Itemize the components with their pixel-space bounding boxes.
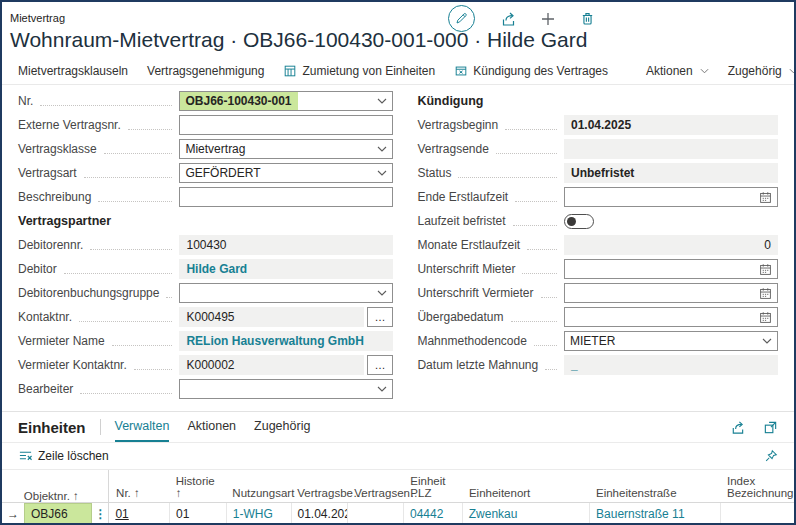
chevron-down-icon[interactable] (377, 98, 387, 104)
column-nr[interactable]: Nr. ↑ (108, 470, 169, 502)
part-share-button[interactable] (730, 420, 745, 435)
laufzeit-befristet-toggle[interactable] (564, 214, 594, 229)
monate-erstlaufzeit-field: 0 (564, 235, 778, 255)
share-icon (500, 11, 516, 27)
column-vertragsende[interactable]: Vertragsen… (347, 470, 403, 502)
menu-aktionen[interactable]: Aktionen (646, 64, 709, 78)
dotted-leader (84, 169, 173, 178)
externe-vertragsnr-field[interactable] (179, 115, 393, 135)
section-vertragspartner: Vertragspartner (18, 209, 393, 233)
breadcrumb[interactable]: Mietvertrag (10, 12, 65, 24)
row-options-icon[interactable]: ⋮ (92, 503, 108, 524)
tab-aktionen[interactable]: Aktionen (187, 412, 236, 442)
beschreibung-field[interactable] (179, 187, 393, 207)
debitor-link[interactable]: Hilde Gard (186, 262, 247, 276)
cell-einheitenstrasse[interactable]: Bauernstraße 11 (589, 503, 720, 524)
calendar-grid-icon (283, 64, 297, 78)
chevron-down-icon[interactable] (377, 170, 387, 176)
calendar-icon[interactable] (759, 191, 772, 204)
vertragsende-field (564, 139, 778, 159)
column-historie[interactable]: Historie ↑ (169, 470, 226, 502)
vertragsklasse-field[interactable]: Mietvertrag (179, 139, 393, 159)
cell-historie[interactable]: 01 (169, 503, 226, 524)
dotted-leader (112, 337, 173, 346)
calendar-icon[interactable] (759, 287, 772, 300)
tab-zugehoerig[interactable]: Zugehörig (254, 412, 310, 442)
pin-button[interactable] (764, 449, 778, 463)
column-objektnr[interactable]: Objektnr. ↑ (24, 470, 108, 502)
cell-nr[interactable]: 01 (108, 503, 169, 524)
action-zumietung[interactable]: Zumietung von Einheiten (283, 64, 435, 78)
chevron-down-icon[interactable] (762, 338, 772, 344)
chevron-down-icon (789, 68, 796, 74)
chevron-down-icon[interactable] (377, 146, 387, 152)
delete-button[interactable] (580, 11, 595, 26)
unterschrift-mieter-label: Unterschrift Mieter (417, 262, 515, 276)
tab-verwalten[interactable]: Verwalten (115, 412, 170, 442)
vermieter-kontaktnr-assist-button[interactable]: … (367, 355, 393, 375)
column-vertragsbeginn[interactable]: Vertragsbe… (290, 470, 347, 502)
chevron-down-icon (700, 68, 709, 74)
einheiten-table-header: Objektnr. ↑ Nr. ↑ Historie ↑ Nutzungsart… (2, 470, 794, 503)
menu-zugehoerig[interactable]: Zugehörig (728, 64, 796, 78)
cell-einheitenort[interactable]: Zwenkau (462, 503, 589, 524)
column-nutzungsart[interactable]: Nutzungsart (225, 470, 290, 502)
dotted-leader (527, 241, 557, 250)
cell-nutzungsart[interactable]: 1-WHG (226, 503, 291, 524)
debitor-label: Debitor (18, 262, 57, 276)
calendar-icon[interactable] (759, 311, 772, 324)
unterschrift-vermieter-field[interactable] (564, 283, 778, 303)
debitorennr-field: 100430 (179, 235, 393, 255)
action-bar: Mietvertragsklauseln Vertragsgenehmigung… (2, 58, 794, 85)
column-einheitenort[interactable]: Einheitenort (462, 470, 589, 502)
uebergabedatum-label: Übergabedatum (417, 310, 503, 324)
column-index-bezeichnung[interactable]: Index Bezeichnung (720, 470, 794, 502)
page-title: Wohnraum-Mietvertrag · OBJ66-100430-001-… (2, 26, 794, 58)
dotted-leader (166, 289, 172, 298)
vertragsart-field[interactable]: GEFÖRDERT (179, 163, 393, 183)
dotted-leader (79, 313, 172, 322)
delete-line-button[interactable]: Zeile löschen (18, 449, 109, 463)
unterschrift-mieter-field[interactable] (564, 259, 778, 279)
delete-row-icon (18, 449, 33, 463)
cell-vertragsende[interactable] (347, 503, 403, 524)
uebergabedatum-field[interactable] (564, 307, 778, 327)
page-actions (448, 5, 595, 32)
dotted-leader (64, 265, 173, 274)
objektnr-value[interactable]: OBJ66 (24, 503, 93, 524)
app-window: Mietvertrag Wohnraum-Mietvertrag · OBJ66… (0, 0, 796, 525)
kontaktnr-label: Kontaktnr. (18, 310, 72, 324)
kontaktnr-assist-button[interactable]: … (367, 307, 393, 327)
new-button[interactable] (541, 12, 555, 26)
action-kuendigung[interactable]: Kündigung des Vertrages (454, 64, 608, 78)
vertragsart-label: Vertragsart (18, 166, 77, 180)
action-vertragsgenehmigung[interactable]: Vertragsgenehmigung (147, 64, 264, 78)
dotted-leader (128, 121, 173, 130)
calendar-icon[interactable] (759, 263, 772, 276)
share-button[interactable] (500, 11, 516, 27)
debitor-field: Hilde Gard (179, 259, 393, 279)
pencil-icon (455, 12, 468, 25)
column-einheitenstrasse[interactable]: Einheitenstraße (589, 470, 720, 502)
einheiten-part: Einheiten Verwalten Aktionen Zugehörig Z… (2, 411, 794, 524)
cell-vertragsbeginn[interactable]: 01.04.2025 (291, 503, 348, 524)
mahnmethodencode-field[interactable]: MIETER (564, 331, 778, 351)
ende-erstlaufzeit-field[interactable] (564, 187, 778, 207)
nr-label: Nr. (18, 94, 33, 108)
form-right-column: Kündigung Vertragsbeginn 01.04.2025 Vert… (417, 89, 778, 401)
chevron-down-icon[interactable] (377, 290, 387, 296)
vermieter-name-link[interactable]: RELion Hausverwaltung GmbH (186, 334, 363, 348)
edit-button[interactable] (448, 5, 475, 32)
cell-einheit-plz[interactable]: 04442 (403, 503, 462, 524)
bearbeiter-field[interactable] (179, 379, 393, 399)
einheiten-tabs: Verwalten Aktionen Zugehörig (115, 412, 311, 442)
beschreibung-label: Beschreibung (18, 190, 91, 204)
nr-field[interactable]: OBJ66-100430-001 (179, 91, 393, 111)
open-in-new-window-button[interactable] (763, 420, 778, 435)
cell-index-bezeichnung[interactable] (720, 503, 794, 524)
action-mietvertragsklauseln[interactable]: Mietvertragsklauseln (18, 64, 128, 78)
debitorenbuchungsgruppe-field[interactable] (179, 283, 393, 303)
dotted-leader (522, 265, 557, 274)
column-einheit-plz[interactable]: Einheit PLZ (403, 470, 462, 502)
chevron-down-icon[interactable] (377, 386, 387, 392)
